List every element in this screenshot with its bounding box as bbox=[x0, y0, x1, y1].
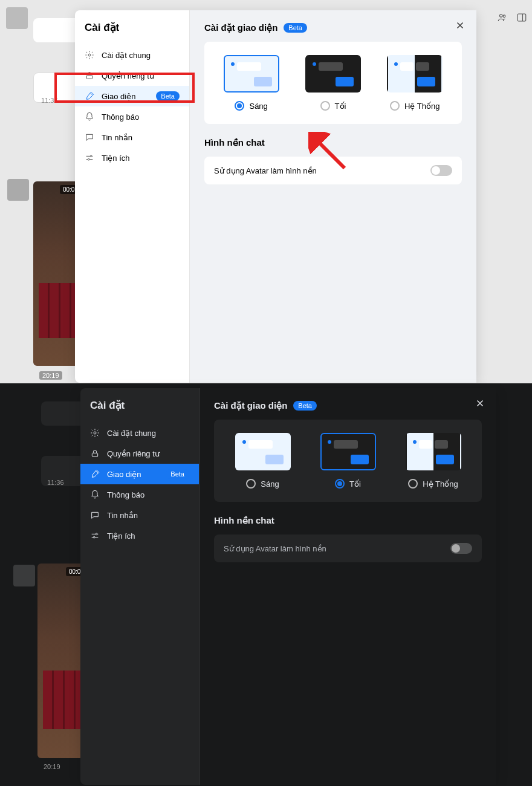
sliders-icon bbox=[85, 153, 94, 163]
sidebar-item-utilities[interactable]: Tiện ích bbox=[80, 525, 199, 546]
sidebar-item-label: Tin nhắn bbox=[102, 133, 132, 142]
sidebar-item-general[interactable]: Cài đặt chung bbox=[75, 45, 189, 65]
avatar-background-toggle[interactable] bbox=[450, 543, 472, 554]
avatar-background-row: Sử dụng Avatar làm hình nền bbox=[204, 157, 462, 184]
theme-preview-system bbox=[387, 55, 443, 93]
sidebar-item-label: Quyền riêng tư bbox=[107, 449, 160, 458]
section-background-title: Hình nền chat bbox=[214, 515, 482, 526]
svg-rect-4 bbox=[86, 75, 92, 79]
avatar-background-row: Sử dụng Avatar làm hình nền bbox=[214, 534, 482, 562]
sidebar-item-messages[interactable]: Tin nhắn bbox=[80, 505, 199, 525]
sidebar-item-label: Giao diện bbox=[102, 92, 135, 101]
sidebar-item-label: Thông báo bbox=[107, 490, 144, 499]
panel-icon[interactable] bbox=[516, 12, 527, 25]
gear-icon bbox=[90, 428, 100, 438]
brush-icon bbox=[85, 91, 94, 101]
sidebar-item-label: Giao diện bbox=[107, 470, 141, 479]
beta-badge: Beta bbox=[293, 401, 317, 411]
theme-preview-light bbox=[224, 55, 279, 93]
beta-badge: Beta bbox=[284, 23, 307, 33]
svg-rect-10 bbox=[92, 453, 97, 456]
sidebar-item-messages[interactable]: Tin nhắn bbox=[75, 127, 189, 148]
sidebar-item-utilities[interactable]: Tiện ích bbox=[75, 148, 189, 168]
section-theme-title: Cài đặt giao diện Beta bbox=[204, 22, 462, 33]
close-button[interactable] bbox=[472, 395, 488, 411]
beta-badge: Beta bbox=[166, 469, 189, 479]
sidebar-item-privacy[interactable]: Quyền riêng tư bbox=[75, 65, 189, 86]
settings-modal: Cài đặt Cài đặt chung Quyền riêng tư Gia… bbox=[80, 388, 496, 785]
section-theme-title: Cài đặt giao diện Beta bbox=[214, 400, 482, 411]
theme-option-system[interactable]: Hệ Thống bbox=[387, 55, 443, 111]
header-actions bbox=[497, 12, 527, 25]
settings-sidebar: Cài đặt Cài đặt chung Quyền riêng tư Gia… bbox=[75, 10, 190, 383]
sidebar-item-label: Tiện ích bbox=[102, 154, 130, 163]
theme-selector: Sáng Tối bbox=[214, 420, 482, 502]
svg-point-9 bbox=[94, 432, 96, 434]
theme-preview-system bbox=[406, 433, 461, 470]
close-button[interactable] bbox=[452, 18, 468, 33]
sidebar-item-label: Cài đặt chung bbox=[107, 429, 156, 438]
svg-point-5 bbox=[90, 155, 92, 157]
svg-point-3 bbox=[88, 54, 91, 56]
sidebar-item-label: Tiện ích bbox=[107, 531, 135, 541]
sidebar-item-label: Thông báo bbox=[102, 112, 139, 122]
svg-point-11 bbox=[96, 533, 97, 535]
modal-title: Cài đặt bbox=[75, 15, 189, 45]
beta-badge: Beta bbox=[156, 91, 180, 101]
sidebar-item-appearance[interactable]: Giao diện Beta bbox=[80, 464, 199, 484]
settings-modal: Cài đặt Cài đặt chung Quyền riêng tư Gia… bbox=[75, 10, 476, 383]
sidebar-item-label: Cài đặt chung bbox=[102, 51, 151, 60]
settings-sidebar: Cài đặt Cài đặt chung Quyền riêng tư Gia… bbox=[80, 388, 199, 785]
theme-preview-dark bbox=[305, 55, 361, 93]
lock-icon bbox=[90, 449, 100, 458]
brush-icon bbox=[90, 469, 100, 479]
theme-selector: Sáng Tối bbox=[204, 42, 462, 124]
group-icon[interactable] bbox=[497, 12, 508, 25]
svg-point-1 bbox=[503, 15, 505, 18]
theme-option-system[interactable]: Hệ Thống bbox=[406, 433, 461, 489]
bell-icon bbox=[90, 490, 100, 499]
svg-point-0 bbox=[500, 15, 503, 18]
svg-point-6 bbox=[88, 158, 89, 160]
svg-rect-2 bbox=[517, 14, 526, 21]
sidebar-item-label: Quyền riêng tư bbox=[102, 71, 154, 80]
theme-option-light[interactable]: Sáng bbox=[235, 433, 291, 489]
sidebar-item-notifications[interactable]: Thông báo bbox=[80, 484, 199, 505]
lock-icon bbox=[85, 71, 94, 80]
theme-preview-dark bbox=[320, 433, 376, 470]
settings-content: Cài đặt giao diện Beta Sáng bbox=[190, 10, 476, 383]
message-icon bbox=[85, 132, 94, 142]
theme-preview-light bbox=[235, 433, 291, 470]
sidebar-item-privacy[interactable]: Quyền riêng tư bbox=[80, 443, 199, 464]
sidebar-item-general[interactable]: Cài đặt chung bbox=[80, 423, 199, 443]
avatar-background-toggle[interactable] bbox=[430, 165, 452, 176]
settings-content: Cài đặt giao diện Beta Sáng bbox=[199, 388, 496, 785]
gear-icon bbox=[85, 50, 94, 60]
bell-icon bbox=[85, 112, 94, 122]
theme-option-dark[interactable]: Tối bbox=[305, 55, 361, 111]
message-icon bbox=[90, 510, 100, 520]
section-background-title: Hình nền chat bbox=[204, 137, 462, 148]
sidebar-item-label: Tin nhắn bbox=[107, 511, 138, 520]
sidebar-item-appearance[interactable]: Giao diện Beta bbox=[75, 86, 189, 106]
sidebar-item-notifications[interactable]: Thông báo bbox=[75, 106, 189, 127]
modal-title: Cài đặt bbox=[80, 393, 199, 423]
sliders-icon bbox=[90, 531, 100, 541]
theme-option-light[interactable]: Sáng bbox=[224, 55, 279, 111]
theme-option-dark[interactable]: Tối bbox=[320, 433, 376, 489]
svg-point-12 bbox=[93, 536, 95, 538]
